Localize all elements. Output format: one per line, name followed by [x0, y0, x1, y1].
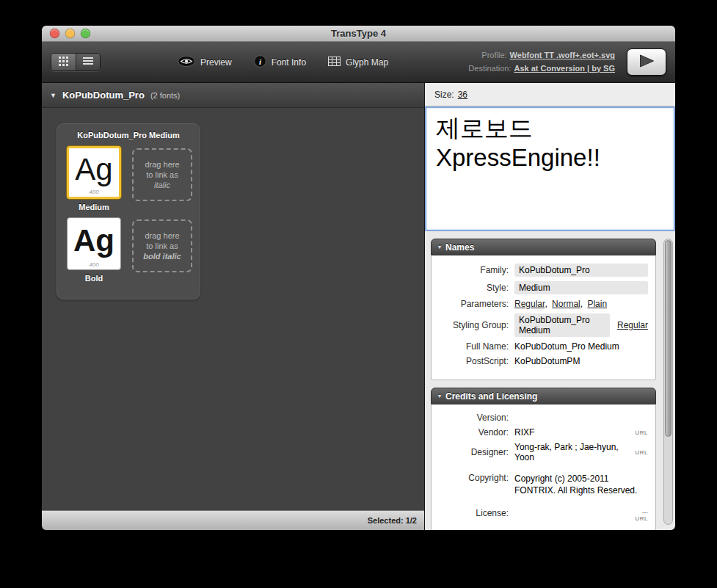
drop-hint-style: bold italic — [143, 251, 181, 261]
credits-section-header[interactable]: ▾ Credits and Licensing — [431, 388, 656, 404]
font-info-label: Font Info — [272, 57, 306, 68]
separator: , — [580, 299, 583, 309]
drop-hint-style: italic — [154, 180, 170, 190]
titlebar[interactable]: TransType 4 — [42, 26, 675, 42]
font-family-card: KoPubDotum_Pro Medium Ag 400 Medium drag… — [57, 123, 200, 300]
zoom-button[interactable] — [81, 29, 90, 38]
grid-view-button[interactable] — [51, 54, 76, 70]
copyright-value: Copyright (c) 2005-2011 FONTRIX. All Rig… — [514, 473, 648, 496]
parameter-link-normal[interactable]: Normal — [552, 299, 580, 309]
close-button[interactable] — [50, 29, 59, 38]
family-field[interactable]: KoPubDotum_Pro — [514, 264, 648, 277]
family-label: Family: — [439, 265, 509, 275]
font-info-button[interactable]: i Font Info — [254, 55, 306, 70]
selection-status-bar: Selected: 1/2 — [42, 510, 424, 530]
parameters-label: Parameters: — [439, 299, 509, 309]
version-row: Version: — [439, 413, 648, 423]
size-bar: Size: 36 — [425, 83, 675, 106]
drop-hint-line2: to link as — [146, 241, 178, 251]
style-row: Style: Medium — [439, 281, 648, 294]
style-label: Style: — [439, 283, 509, 293]
font-row-medium: Ag 400 Medium drag here to link as itali… — [65, 146, 192, 211]
app-window: TransType 4 — [42, 26, 675, 530]
full-name-label: Full Name: — [439, 341, 509, 352]
family-name: KoPubDotum_Pro — [62, 90, 145, 101]
vendor-label: Vendor: — [439, 427, 509, 438]
drop-hint-line2: to link as — [146, 170, 178, 180]
traffic-lights — [50, 29, 90, 38]
postscript-row: PostScript: KoPubDotumPM — [439, 356, 648, 366]
size-label: Size: — [434, 90, 454, 100]
full-name-value: KoPubDotum_Pro Medium — [514, 341, 619, 352]
font-sample: Ag — [73, 223, 114, 258]
full-name-row: Full Name: KoPubDotum_Pro Medium — [439, 341, 648, 352]
glyph-map-icon — [328, 57, 341, 68]
profile-label: Profile: — [481, 51, 506, 59]
scrollbar-thumb[interactable] — [665, 240, 671, 437]
styling-group-label: Styling Group: — [439, 320, 509, 330]
view-mode-segment — [51, 53, 101, 71]
license-more-link[interactable]: ... — [642, 508, 648, 513]
glyph-map-label: Glyph Map — [346, 57, 388, 68]
desktop-background: TransType 4 — [0, 0, 717, 588]
names-section-title: Names — [445, 242, 474, 253]
styling-group-field[interactable]: KoPubDotum_Pro Medium — [514, 313, 610, 337]
profile-link[interactable]: Webfont TT .woff+.eot+.svg — [510, 51, 615, 59]
copyright-label: Copyright: — [439, 473, 509, 483]
destination-label: Destination: — [468, 64, 511, 73]
font-sample: Ag — [75, 152, 112, 187]
license-url-link[interactable]: URL — [635, 515, 648, 522]
preview-label: Preview — [200, 57, 232, 68]
scrollbar[interactable] — [663, 239, 673, 525]
font-tile-bold[interactable]: Ag 400 — [67, 217, 121, 270]
disclosure-triangle-icon: ▼ — [50, 92, 57, 99]
parameter-link-regular[interactable]: Regular — [514, 299, 545, 309]
font-tile-wrap: Ag 400 Medium — [65, 146, 123, 211]
minimize-button[interactable] — [65, 29, 75, 38]
font-style-label: Bold — [85, 274, 103, 283]
main-content: ▼ KoPubDotum_Pro (2 fonts) KoPubDotum_Pr… — [42, 83, 675, 530]
styling-group-link[interactable]: Regular — [617, 320, 648, 330]
disclosure-triangle-icon: ▾ — [438, 244, 441, 250]
info-icon: i — [254, 55, 266, 70]
preview-textarea[interactable]: 제로보드 XpressEngine!! — [425, 106, 675, 231]
style-field[interactable]: Medium — [514, 281, 648, 294]
names-section-body: Family: KoPubDotum_Pro Style: Medium Par… — [431, 255, 656, 380]
vendor-row: Vendor: RIXF URL — [439, 427, 648, 438]
preview-size-value[interactable]: 36 — [458, 90, 467, 100]
preview-button[interactable]: Preview — [178, 56, 232, 69]
designer-value: Yong-rak, Park ; Jae-hyun, Yoon — [514, 442, 635, 462]
destination-link[interactable]: Ask at Conversion | by SG — [514, 64, 615, 73]
convert-button[interactable] — [627, 48, 666, 76]
italic-drop-zone[interactable]: drag here to link as italic — [132, 148, 192, 201]
designer-url-link[interactable]: URL — [635, 449, 648, 456]
preview-text-line2: XpressEngine!! — [436, 143, 664, 173]
separator: , — [545, 299, 547, 309]
list-view-icon — [83, 57, 93, 68]
info-panel: Size: 36 제로보드 XpressEngine!! ▾ Names — [424, 83, 675, 530]
family-group-header[interactable]: ▼ KoPubDotum_Pro (2 fonts) — [42, 83, 424, 108]
selection-status: Selected: 1/2 — [368, 516, 417, 525]
glyph-map-button[interactable]: Glyph Map — [328, 57, 388, 68]
list-view-button[interactable] — [76, 54, 100, 70]
font-style-label: Medium — [79, 203, 109, 211]
credits-section: ▾ Credits and Licensing Version: Vendor:… — [431, 388, 656, 530]
vendor-url-link[interactable]: URL — [635, 429, 648, 436]
names-section-header[interactable]: ▾ Names — [431, 239, 656, 255]
eye-icon — [178, 56, 195, 69]
drop-hint-line1: drag here — [145, 159, 179, 170]
font-tile-medium[interactable]: Ag 400 — [67, 146, 121, 199]
destination-row: Destination:Ask at Conversion | by SG — [468, 62, 615, 75]
parameter-link-plain[interactable]: Plain — [587, 299, 607, 309]
font-weight-value: 400 — [68, 261, 120, 268]
drop-hint-line1: drag here — [145, 231, 179, 241]
grid-view-icon — [59, 57, 68, 68]
vendor-value: RIXF — [514, 427, 534, 438]
window-title: TransType 4 — [42, 26, 675, 41]
license-label: License: — [439, 508, 509, 518]
copyright-row: Copyright: Copyright (c) 2005-2011 FONTR… — [439, 473, 648, 496]
disclosure-triangle-icon: ▾ — [438, 393, 441, 399]
designer-label: Designer: — [439, 447, 509, 457]
toolbar-actions: Preview i Font Info — [178, 55, 388, 70]
bold-italic-drop-zone[interactable]: drag here to link as bold italic — [132, 219, 192, 272]
